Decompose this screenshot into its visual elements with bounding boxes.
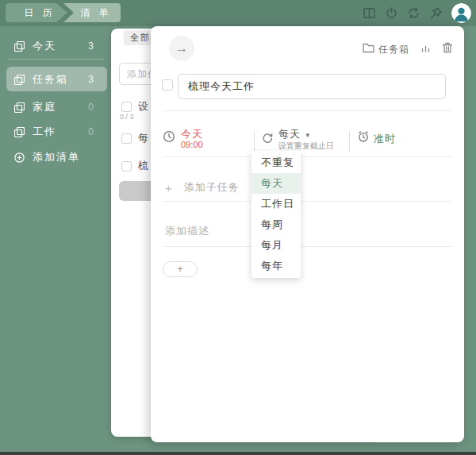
folder-icon	[363, 43, 374, 56]
task-row[interactable]: 梳	[121, 159, 148, 173]
repeat-end-date-link[interactable]: 设置重复截止日	[278, 141, 334, 152]
sidebar-item-count: 0	[88, 102, 94, 113]
task-checkbox[interactable]	[121, 161, 132, 172]
repeat-dropdown-menu: 不重复 每天 工作日 每周 每月 每年	[251, 151, 301, 278]
repeat-value: 每天	[278, 128, 301, 140]
sidebar-item-label: 家庭	[33, 100, 56, 114]
menu-item-yearly[interactable]: 每年	[251, 256, 301, 276]
sidebar-item-count: 0	[88, 126, 94, 137]
sync-icon[interactable]	[407, 6, 420, 20]
divider	[254, 131, 255, 152]
sidebar-item-family[interactable]: 家庭 0	[0, 97, 111, 118]
divider	[163, 156, 452, 157]
due-time-label[interactable]: 09:00	[181, 140, 203, 149]
caret-down-icon: ▼	[305, 132, 312, 139]
plus-icon: +	[165, 181, 173, 195]
split-view-icon[interactable]	[363, 6, 376, 20]
task-checkbox[interactable]	[121, 102, 132, 112]
list-icon	[14, 41, 25, 52]
tab-calendar[interactable]: 日 历	[6, 3, 67, 22]
sidebar-item-taskbox[interactable]: 任务箱 3	[0, 69, 111, 90]
repeat-icon	[261, 132, 274, 145]
menu-item-monthly[interactable]: 每月	[251, 235, 301, 256]
repeat-selector[interactable]: 每天 ▼	[278, 127, 312, 141]
sidebar: 今天 3 任务箱 3 家庭 0 工作 0 添加清单	[0, 26, 111, 455]
sidebar-item-count: 3	[88, 74, 94, 85]
alarm-icon	[357, 130, 370, 143]
add-subtask-button[interactable]: + 添加子任务	[165, 180, 240, 195]
add-description-input[interactable]: 添加描述	[165, 224, 209, 238]
list-name-label: 任务箱	[378, 43, 409, 56]
sidebar-item-label: 工作	[33, 125, 56, 139]
divider	[163, 201, 452, 202]
list-icon	[14, 127, 25, 137]
subtask-progress: 0 / 3	[120, 113, 134, 121]
sidebar-item-count: 3	[88, 40, 94, 52]
sidebar-divider	[8, 59, 103, 60]
menu-item-no-repeat[interactable]: 不重复	[251, 152, 301, 173]
sidebar-item-label: 任务箱	[33, 72, 68, 87]
add-button[interactable]: +	[163, 261, 198, 277]
sidebar-add-list[interactable]: 添加清单	[0, 147, 111, 168]
sidebar-item-label: 今天	[33, 39, 56, 53]
sidebar-item-today[interactable]: 今天 3	[0, 36, 111, 56]
menu-item-daily[interactable]: 每天	[251, 173, 301, 194]
sidebar-add-list-label: 添加清单	[33, 150, 80, 164]
task-label: 设	[138, 99, 148, 114]
add-circle-icon	[14, 152, 25, 163]
divider	[163, 246, 452, 247]
list-icon	[14, 75, 25, 85]
back-arrow-button[interactable]: →	[169, 36, 194, 61]
task-row[interactable]: 每	[121, 131, 148, 145]
divider	[163, 110, 452, 111]
move-to-list-button[interactable]: 任务箱	[363, 43, 409, 56]
sidebar-item-work[interactable]: 工作 0	[0, 121, 111, 142]
task-label: 梳	[138, 159, 148, 173]
clock-icon	[163, 130, 175, 143]
power-icon[interactable]	[385, 6, 398, 20]
trash-icon[interactable]	[442, 42, 453, 56]
task-detail-panel: → 任务箱 梳理今天工作 今天 09:00 每天 ▼ 设置重复截止日	[151, 26, 464, 442]
topbar: 日 历 清 单	[0, 0, 476, 26]
task-row[interactable]: 设	[121, 99, 148, 114]
pin-icon[interactable]	[429, 6, 443, 20]
add-subtask-label: 添加子任务	[184, 180, 240, 195]
tab-checklist[interactable]: 清 单	[63, 3, 121, 22]
window-bottom-edge	[0, 452, 476, 455]
detail-task-checkbox[interactable]	[162, 79, 173, 91]
user-avatar[interactable]	[451, 3, 471, 23]
list-icon	[14, 102, 25, 113]
topbar-icons	[363, 3, 471, 23]
task-title-input[interactable]: 梳理今天工作	[178, 74, 446, 99]
menu-item-weekly[interactable]: 每周	[251, 214, 301, 235]
task-label: 每	[138, 131, 148, 145]
detail-header-actions: 任务箱	[363, 42, 453, 56]
stats-bars-icon[interactable]	[420, 42, 431, 56]
menu-item-workdays[interactable]: 工作日	[251, 194, 301, 214]
task-checkbox[interactable]	[121, 133, 132, 144]
divider	[349, 131, 350, 152]
reminder-label[interactable]: 准时	[374, 132, 396, 146]
